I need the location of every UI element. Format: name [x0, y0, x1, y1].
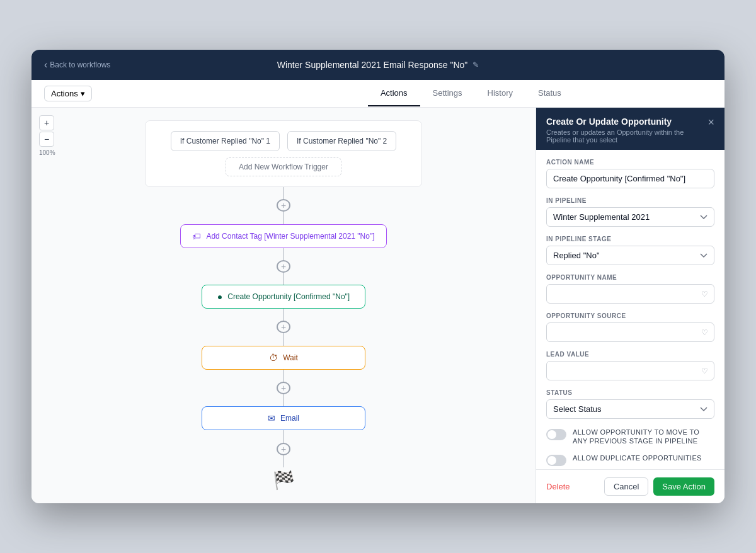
save-button[interactable]: Save Action: [653, 477, 714, 496]
tab-settings[interactable]: Settings: [420, 81, 475, 106]
toggle-row-1: ALLOW OPPORTUNITY TO MOVE TO ANY PREVIOU…: [546, 428, 714, 446]
opportunity-name-input[interactable]: [546, 284, 714, 304]
toggle-previous-stage[interactable]: [546, 429, 566, 440]
email-action-node[interactable]: ✉ Email: [202, 406, 365, 430]
lead-value-field: LEAD VALUE ♡: [546, 351, 714, 380]
workflow-flow: If Customer Replied "No" 1 If Customer R…: [32, 108, 536, 503]
in-pipeline-label: IN PIPELINE: [546, 197, 714, 204]
pipeline-stage-select[interactable]: Replied "No": [546, 246, 714, 265]
trigger-buttons-row: If Customer Replied "No" 1 If Customer R…: [171, 131, 397, 151]
opportunity-name-input-wrapper: ♡: [546, 284, 714, 304]
connector-10: [283, 455, 284, 467]
tab-history[interactable]: History: [475, 81, 525, 106]
wait-action-node[interactable]: ⏱ Wait: [202, 346, 365, 370]
status-label: STATUS: [546, 389, 714, 396]
lead-value-label: LEAD VALUE: [546, 351, 714, 358]
opportunity-name-icon: ♡: [701, 290, 708, 299]
plus-circle-2[interactable]: +: [277, 260, 290, 273]
lead-value-input-wrapper: ♡: [546, 361, 714, 380]
in-pipeline-select[interactable]: Winter Supplemental 2021: [546, 207, 714, 227]
tabs-center: Actions Settings History Status: [368, 81, 574, 106]
panel-title: Create Or Update Opportunity: [546, 117, 707, 127]
action-name-label: ACTION NAME: [546, 159, 714, 166]
opportunity-source-label: OPPORTUNITY SOURCE: [546, 312, 714, 319]
trigger-btn-2[interactable]: If Customer Replied "No" 2: [287, 131, 396, 151]
top-bar: Back to workflows Winter Supplemental 20…: [32, 50, 724, 80]
trigger-btn-1[interactable]: If Customer Replied "No" 1: [171, 131, 280, 151]
pipeline-stage-field: IN PIPELINE STAGE Replied "No": [546, 236, 714, 265]
opportunity-source-icon: ♡: [701, 328, 708, 337]
panel-header: Create Or Update Opportunity Creates or …: [536, 108, 724, 150]
opportunity-action-node[interactable]: ● Create Opportunity [Confirmed "No"]: [202, 285, 365, 309]
panel-subtitle: Creates or updates an Opportunity within…: [546, 128, 707, 144]
lead-value-icon: ♡: [701, 367, 708, 375]
lead-value-input[interactable]: [546, 361, 714, 380]
status-field: STATUS Select Status: [546, 389, 714, 419]
toggle-previous-stage-label: ALLOW OPPORTUNITY TO MOVE TO ANY PREVIOU…: [573, 428, 714, 446]
zoom-in-button[interactable]: +: [39, 115, 54, 130]
trigger-area: If Customer Replied "No" 1 If Customer R…: [145, 120, 422, 187]
panel-footer: Delete Cancel Save Action: [536, 469, 724, 503]
connector-7: [283, 370, 284, 382]
opportunity-source-field: OPPORTUNITY SOURCE ♡: [546, 312, 714, 342]
opportunity-icon: ●: [217, 292, 222, 302]
actions-dropdown[interactable]: Actions ▾: [44, 86, 92, 101]
connector-2: [283, 212, 284, 224]
workflow-title-text: Winter Supplemental 2021 Email Response …: [277, 60, 468, 70]
tab-status[interactable]: Status: [525, 81, 574, 106]
tabs-bar: Actions ▾ Actions Settings History Statu…: [32, 80, 724, 108]
edit-icon[interactable]: ✎: [472, 60, 479, 69]
toggle-duplicate[interactable]: [546, 455, 566, 466]
zoom-controls: + − 100%: [39, 115, 55, 156]
action-name-field: ACTION NAME: [546, 159, 714, 188]
plus-circle-4[interactable]: +: [277, 382, 290, 394]
delete-button[interactable]: Delete: [546, 482, 570, 491]
tag-action-node[interactable]: 🏷 Add Contact Tag [Winter Supplemental 2…: [180, 224, 386, 248]
close-button[interactable]: ×: [707, 117, 714, 128]
status-select[interactable]: Select Status: [546, 399, 714, 419]
tag-icon: 🏷: [192, 231, 201, 241]
wait-icon: ⏱: [269, 353, 278, 363]
workflow-title: Winter Supplemental 2021 Email Response …: [277, 60, 479, 70]
in-pipeline-field: IN PIPELINE Winter Supplemental 2021: [546, 197, 714, 227]
toggle-row-2: ALLOW DUPLICATE OPPORTUNITIES: [546, 453, 714, 466]
workflow-canvas: + − 100% If Customer Replied "No" 1 If C…: [32, 108, 536, 503]
back-link[interactable]: Back to workflows: [44, 59, 110, 71]
connector-4: [283, 273, 284, 285]
action-name-input[interactable]: [546, 169, 714, 188]
toggle-duplicate-label: ALLOW DUPLICATE OPPORTUNITIES: [573, 453, 702, 462]
opportunity-name-field: OPPORTUNITY NAME ♡: [546, 274, 714, 304]
connector-3: [283, 248, 284, 260]
cancel-button[interactable]: Cancel: [604, 477, 648, 496]
finish-flag: 🏁: [273, 470, 295, 491]
footer-right: Cancel Save Action: [604, 477, 714, 496]
connector-8: [283, 394, 284, 406]
plus-circle-5[interactable]: +: [277, 443, 290, 455]
panel-body: ACTION NAME IN PIPELINE Winter Supplemen…: [536, 150, 724, 469]
opportunity-name-label: OPPORTUNITY NAME: [546, 274, 714, 281]
connector-6: [283, 333, 284, 345]
zoom-level: 100%: [39, 149, 55, 156]
pipeline-stage-label: IN PIPELINE STAGE: [546, 236, 714, 242]
right-panel: Create Or Update Opportunity Creates or …: [536, 108, 724, 503]
plus-circle-3[interactable]: +: [277, 321, 290, 333]
panel-header-text: Create Or Update Opportunity Creates or …: [546, 117, 707, 144]
email-icon: ✉: [268, 413, 275, 423]
add-trigger-button[interactable]: Add New Workflow Trigger: [226, 157, 341, 176]
connector-1: [283, 187, 284, 199]
connector-5: [283, 309, 284, 321]
opportunity-source-input[interactable]: [546, 322, 714, 342]
opportunity-source-input-wrapper: ♡: [546, 322, 714, 342]
tab-actions[interactable]: Actions: [368, 81, 420, 106]
zoom-out-button[interactable]: −: [39, 132, 54, 147]
connector-9: [283, 430, 284, 442]
plus-circle-1[interactable]: +: [277, 199, 290, 212]
main-content: + − 100% If Customer Replied "No" 1 If C…: [32, 108, 724, 503]
